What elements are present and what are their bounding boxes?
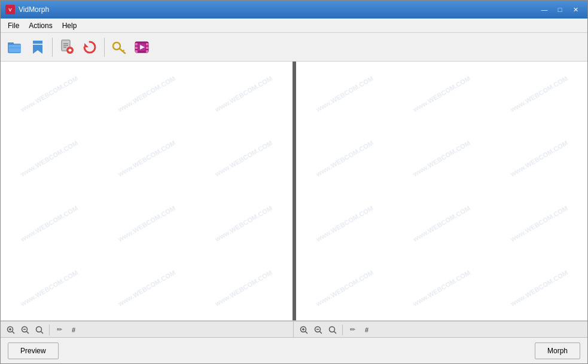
svg-line-38 <box>306 331 308 334</box>
morph-button[interactable]: Morph <box>535 342 580 359</box>
bottom-toolbars: ✏ # ✏ # <box>1 320 587 337</box>
svg-line-17 <box>123 50 124 51</box>
svg-rect-23 <box>146 43 148 45</box>
pencil-left-button[interactable]: ✏ <box>53 323 66 337</box>
refresh-button[interactable] <box>79 36 100 58</box>
key-button[interactable] <box>108 36 130 58</box>
right-canvas-panel: www.WEBCOM.COM www.WEBCOM.COM www.WEBCOM… <box>296 62 588 320</box>
bottom-toolbar-right: ✏ # <box>294 321 587 338</box>
menu-help[interactable]: Help <box>57 20 82 31</box>
action-bar: Preview Morph <box>1 337 587 363</box>
zoom-out-right-button[interactable] <box>312 323 325 337</box>
zoom-out-left-button[interactable] <box>19 323 32 337</box>
svg-line-29 <box>13 331 15 334</box>
title-bar-buttons: — □ ✕ <box>537 4 583 16</box>
toolbar-separator-2 <box>104 38 105 57</box>
app-icon: V <box>5 5 15 14</box>
left-watermark: www.WEBCOM.COM www.WEBCOM.COM www.WEBCOM… <box>1 62 293 320</box>
menu-bar: File Actions Help <box>1 19 587 33</box>
main-window: V VidMorph — □ ✕ File Actions Help <box>0 0 588 364</box>
svg-rect-24 <box>146 47 148 49</box>
open-folder-button[interactable] <box>4 36 26 58</box>
svg-line-42 <box>320 331 322 334</box>
svg-rect-20 <box>135 43 138 45</box>
svg-text:V: V <box>8 7 12 13</box>
toolbar-separator-1 <box>52 38 53 57</box>
svg-marker-6 <box>33 41 42 54</box>
pencil-right-button[interactable]: ✏ <box>346 323 359 337</box>
svg-rect-4 <box>9 45 21 52</box>
svg-point-35 <box>36 326 42 332</box>
page-button[interactable] <box>56 36 78 58</box>
svg-rect-3 <box>8 42 14 45</box>
svg-rect-22 <box>135 50 138 53</box>
window-title: VidMorph <box>19 5 49 14</box>
title-bar: V VidMorph — □ ✕ <box>1 1 587 19</box>
svg-rect-25 <box>146 50 148 53</box>
svg-line-36 <box>41 331 44 334</box>
svg-line-45 <box>334 331 337 334</box>
toolbar <box>1 33 587 62</box>
preview-button[interactable]: Preview <box>8 342 59 359</box>
btoolbar-sep-left-1 <box>49 325 50 335</box>
svg-line-16 <box>120 48 126 53</box>
main-area: www.WEBCOM.COM www.WEBCOM.COM www.WEBCOM… <box>1 62 587 320</box>
btoolbar-sep-right-1 <box>342 325 343 335</box>
svg-marker-14 <box>84 43 89 47</box>
zoom-fit-right-button[interactable] <box>326 323 339 337</box>
menu-actions[interactable]: Actions <box>24 20 57 31</box>
maximize-button[interactable]: □ <box>553 4 567 16</box>
svg-line-33 <box>27 331 29 334</box>
bookmark-button[interactable] <box>27 36 48 58</box>
svg-point-44 <box>330 326 335 332</box>
minimize-button[interactable]: — <box>537 4 552 16</box>
left-canvas-panel: www.WEBCOM.COM www.WEBCOM.COM www.WEBCOM… <box>1 62 293 320</box>
close-button[interactable]: ✕ <box>568 4 583 16</box>
grid-left-button[interactable]: # <box>67 323 80 337</box>
zoom-in-left-button[interactable] <box>4 323 17 337</box>
bottom-toolbar-left: ✏ # <box>1 321 294 338</box>
zoom-fit-left-button[interactable] <box>33 323 46 337</box>
title-bar-left: V VidMorph <box>5 5 49 14</box>
grid-right-button[interactable]: # <box>360 323 373 337</box>
video-button[interactable] <box>131 36 153 58</box>
zoom-in-right-button[interactable] <box>297 323 310 337</box>
svg-rect-21 <box>135 47 138 49</box>
menu-file[interactable]: File <box>3 20 24 31</box>
right-watermark: www.WEBCOM.COM www.WEBCOM.COM www.WEBCOM… <box>296 62 588 320</box>
